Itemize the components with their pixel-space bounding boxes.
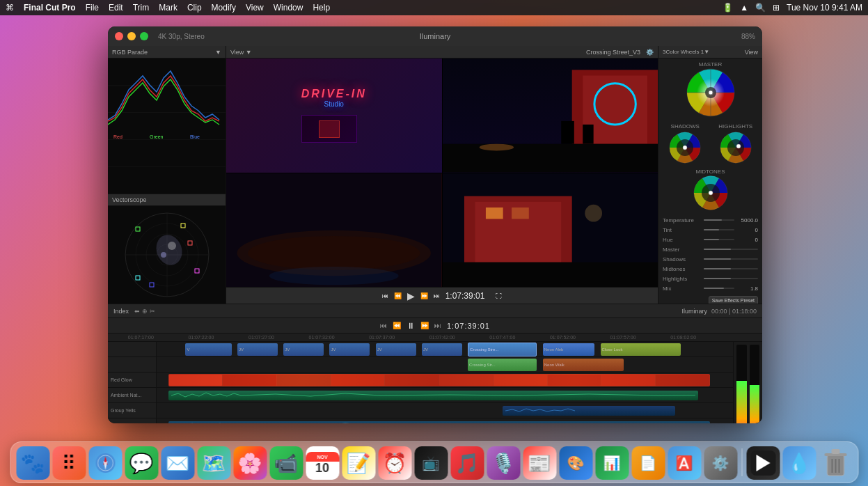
- save-effects-button[interactable]: Save Effects Preset: [709, 296, 758, 304]
- menu-edit[interactable]: Edit: [109, 3, 123, 13]
- view-label[interactable]: View ▼: [230, 49, 252, 56]
- dock-icon-launchpad[interactable]: ⠿: [52, 446, 86, 480]
- dock-icon-systemprefs[interactable]: ⚙️: [704, 446, 737, 480]
- dock-icon-numbers[interactable]: 📊: [595, 446, 629, 480]
- dock-icon-airdrop[interactable]: 💧: [782, 446, 816, 480]
- menu-view[interactable]: View: [246, 3, 264, 13]
- clip-audio-street[interactable]: [503, 406, 675, 416]
- clip-v1-4[interactable]: JV: [329, 343, 370, 356]
- window-maximize-button[interactable]: [140, 32, 148, 40]
- dock-icon-news[interactable]: 📰: [523, 446, 556, 480]
- menu-window[interactable]: Window: [274, 3, 303, 13]
- datetime: Tue Nov 10 9:41 AM: [787, 3, 862, 13]
- svg-rect-40: [443, 262, 658, 287]
- dock-icon-mail[interactable]: ✉️: [161, 446, 194, 480]
- master-wheel-svg[interactable]: [686, 68, 736, 118]
- search-icon[interactable]: 🔍: [755, 3, 766, 13]
- dock-icon-calendar[interactable]: NOV 10: [306, 446, 339, 480]
- window-minimize-button[interactable]: [127, 32, 136, 40]
- menu-help[interactable]: Help: [313, 3, 330, 13]
- tl-play-forward[interactable]: ⏭: [434, 322, 441, 329]
- clip-v2-2[interactable]: Neon Walk: [543, 359, 624, 371]
- color-preset-selector[interactable]: 3Color Wheels 1▼: [663, 49, 709, 55]
- clip-v1-5[interactable]: JV: [376, 343, 416, 356]
- step-forward-icon[interactable]: ⏩: [420, 292, 428, 299]
- dock-icon-facetime[interactable]: 📹: [269, 446, 303, 480]
- scope-settings-icon[interactable]: ▼: [215, 49, 221, 56]
- step-back-icon[interactable]: ⏪: [394, 292, 402, 299]
- clip-color-bar[interactable]: [168, 374, 710, 386]
- clip-v1-6[interactable]: JV: [422, 343, 462, 356]
- vectorscope-header: Vectorscope: [108, 194, 226, 206]
- app-name[interactable]: Final Cut Pro: [24, 3, 76, 13]
- menu-mark[interactable]: Mark: [159, 3, 177, 13]
- window-close-button[interactable]: [115, 32, 123, 40]
- clip-v1-crossing[interactable]: Crossing Stre...: [468, 343, 537, 356]
- fullscreen-icon[interactable]: ⛶: [496, 292, 502, 299]
- dock-icon-notes[interactable]: 📝: [342, 446, 375, 480]
- clip-v1-3[interactable]: JV: [283, 343, 324, 356]
- dock-icon-pages[interactable]: 📄: [631, 446, 665, 480]
- play-forward-icon[interactable]: ⏭: [434, 292, 440, 299]
- menu-file[interactable]: File: [86, 3, 99, 13]
- clip-v1-1[interactable]: V: [185, 343, 231, 356]
- tl-step-back[interactable]: ⏪: [393, 322, 401, 329]
- dock-icon-finder[interactable]: 🐾: [16, 446, 49, 480]
- dock-icon-messages[interactable]: 💬: [125, 446, 158, 480]
- menu-clip[interactable]: Clip: [187, 3, 202, 13]
- timeline-index-label[interactable]: Index: [113, 308, 129, 315]
- clip-v1-close[interactable]: Close Look: [601, 343, 681, 356]
- tl-play-back[interactable]: ⏮: [380, 322, 387, 329]
- play-back-icon[interactable]: ⏮: [382, 292, 388, 299]
- track-audio-1: [157, 388, 733, 403]
- clip-v1-2[interactable]: JV: [237, 343, 278, 356]
- hue-bar[interactable]: [704, 239, 734, 240]
- svg-rect-16: [136, 276, 140, 280]
- dock-icon-podcasts[interactable]: 🎙️: [487, 446, 520, 480]
- timeline-magnet-icon[interactable]: ⊕: [142, 308, 148, 315]
- clip-v2-1[interactable]: Crossing Str...: [468, 359, 537, 371]
- highlights-wheel-svg[interactable]: [719, 131, 752, 164]
- viewer-settings[interactable]: ⚙️: [646, 49, 654, 56]
- clip-audio-ambient[interactable]: [168, 391, 699, 400]
- dock-icon-keynote[interactable]: 🎨: [559, 446, 592, 480]
- street-scene-svg: [443, 58, 658, 173]
- apple-menu[interactable]: ⌘: [6, 3, 14, 13]
- viewer-header: View ▼ Crossing Street_V3 ⚙️: [226, 46, 658, 58]
- shadows-param-bar[interactable]: [704, 258, 758, 260]
- midtones-param-label: Midtones: [663, 266, 701, 272]
- clip-thumb: [385, 375, 439, 386]
- viewer-controls: ⏮ ⏪ ▶ ⏩ ⏭ 1:07:39:01 ⛶: [226, 287, 658, 304]
- mix-bar[interactable]: [704, 288, 734, 289]
- dock-icon-reminders[interactable]: ⏰: [378, 446, 411, 480]
- midtones-wheel-svg[interactable]: [693, 175, 729, 211]
- shadows-wheel-svg[interactable]: [668, 131, 702, 164]
- timeline-arrow-icon[interactable]: ⬅: [134, 308, 140, 315]
- dock-icon-appletv[interactable]: 📺: [414, 446, 448, 480]
- tl-play[interactable]: ⏸: [407, 321, 415, 331]
- dock-icon-safari[interactable]: [88, 446, 122, 480]
- dock-icon-fcp[interactable]: [746, 446, 780, 480]
- clip-v1-neon[interactable]: Neon Aleb: [543, 343, 595, 356]
- master-param-bar[interactable]: [704, 249, 758, 250]
- timeline-blade-icon[interactable]: ✂: [150, 308, 155, 315]
- temperature-bar[interactable]: [704, 219, 734, 221]
- svg-point-49: [683, 146, 687, 150]
- audio-meters-panel: [733, 342, 762, 423]
- midtones-param-bar[interactable]: [704, 268, 758, 269]
- dock-icon-music[interactable]: 🎵: [450, 446, 484, 480]
- dock-icon-trash[interactable]: [819, 446, 852, 480]
- highlights-param-label: Highlights: [663, 276, 701, 282]
- dock-icon-photos[interactable]: 🌸: [233, 446, 267, 480]
- tint-bar[interactable]: [704, 229, 734, 230]
- play-icon[interactable]: ▶: [407, 290, 415, 301]
- clip-audio-master[interactable]: [168, 421, 710, 423]
- menu-trim[interactable]: Trim: [133, 3, 150, 13]
- dock-icon-appstore[interactable]: 🅰️: [668, 446, 701, 480]
- control-center-icon[interactable]: ⊞: [773, 3, 780, 13]
- highlights-param-bar[interactable]: [704, 278, 758, 279]
- menu-modify[interactable]: Modify: [212, 3, 236, 13]
- dock-icon-maps[interactable]: 🗺️: [197, 446, 230, 480]
- tl-step-forward[interactable]: ⏩: [420, 322, 429, 329]
- color-view-label[interactable]: View: [745, 49, 758, 56]
